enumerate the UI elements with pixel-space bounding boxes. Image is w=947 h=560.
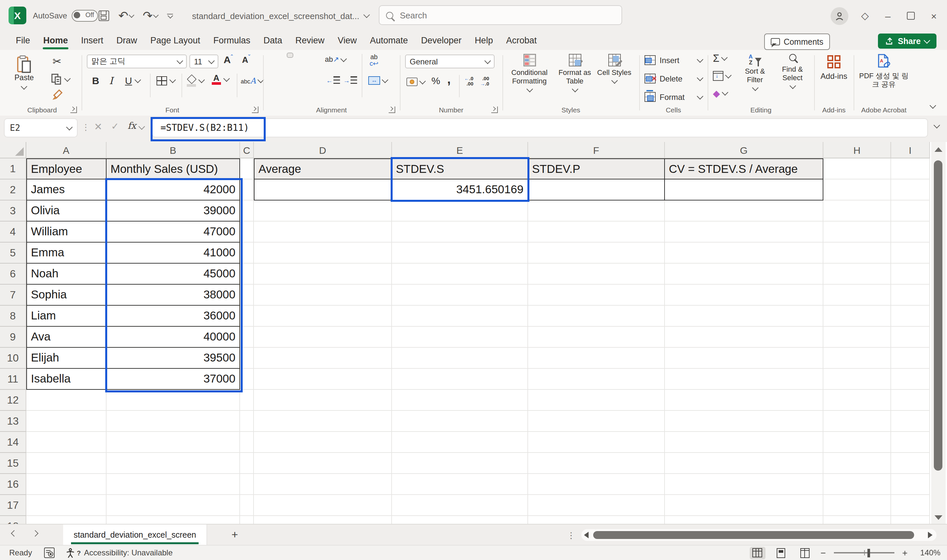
- cell-D12[interactable]: [254, 390, 392, 411]
- scroll-up-icon[interactable]: [935, 147, 942, 152]
- row-header-5[interactable]: 5: [0, 243, 26, 263]
- row-header-18[interactable]: 18: [0, 516, 26, 524]
- borders-button[interactable]: [157, 76, 175, 85]
- font-dialog-launcher-icon[interactable]: [252, 106, 259, 113]
- cell-H12[interactable]: [823, 390, 891, 411]
- ribbon-tab-view[interactable]: View: [331, 32, 363, 49]
- clear-formatting-button[interactable]: abcA: [241, 76, 263, 85]
- fill-button[interactable]: [713, 71, 731, 81]
- cell-C1[interactable]: [240, 158, 254, 180]
- cell-D2[interactable]: [254, 180, 392, 200]
- format-painter-button[interactable]: [52, 89, 64, 103]
- zoom-in-button[interactable]: +: [902, 548, 907, 558]
- redo-button[interactable]: ↷: [143, 9, 158, 23]
- zoom-slider[interactable]: [834, 552, 895, 554]
- cell-E4[interactable]: [392, 222, 528, 243]
- insert-function-icon[interactable]: fx: [128, 120, 144, 131]
- cell-G15[interactable]: [665, 453, 823, 474]
- save-icon[interactable]: [99, 11, 109, 21]
- cell-B17[interactable]: [106, 495, 240, 516]
- cell-C13[interactable]: [240, 411, 254, 432]
- cell-I14[interactable]: [891, 432, 930, 453]
- name-box[interactable]: E2: [5, 119, 77, 137]
- row-header-9[interactable]: 9: [0, 327, 26, 348]
- cell-E17[interactable]: [392, 495, 528, 516]
- percent-style-button[interactable]: %: [431, 75, 440, 86]
- accounting-format-button[interactable]: [407, 78, 425, 86]
- cell-G18[interactable]: [665, 516, 823, 524]
- cell-G4[interactable]: [665, 222, 823, 243]
- cell-G7[interactable]: [665, 285, 823, 306]
- search-input[interactable]: [399, 9, 615, 21]
- share-button[interactable]: Share: [878, 34, 937, 49]
- cell-D4[interactable]: [254, 222, 392, 243]
- cell-E6[interactable]: [392, 263, 528, 285]
- chevron-down-icon[interactable]: [364, 11, 370, 18]
- cell-F5[interactable]: [528, 243, 665, 263]
- cell-D6[interactable]: [254, 263, 392, 285]
- cell-G16[interactable]: [665, 474, 823, 495]
- zoom-out-button[interactable]: −: [821, 548, 826, 558]
- column-header-B[interactable]: B: [106, 142, 240, 158]
- cell-B13[interactable]: [106, 411, 240, 432]
- column-header-E[interactable]: E: [392, 142, 528, 158]
- cell-F12[interactable]: [528, 390, 665, 411]
- wrap-text-button[interactable]: abc↩: [370, 54, 379, 67]
- ribbon-tab-page-layout[interactable]: Page Layout: [144, 32, 207, 49]
- cell-G1[interactable]: CV = STDEV.S / Average: [665, 158, 823, 180]
- bold-button[interactable]: B: [92, 75, 99, 86]
- cell-G11[interactable]: [665, 369, 823, 390]
- middle-align-button[interactable]: [287, 52, 293, 58]
- cell-A6[interactable]: Noah: [26, 263, 106, 285]
- delete-cells-button[interactable]: ✕ Delete: [645, 74, 702, 83]
- cell-E8[interactable]: [392, 306, 528, 327]
- cell-I2[interactable]: [891, 180, 930, 200]
- column-header-H[interactable]: H: [823, 142, 891, 158]
- ribbon-tab-insert[interactable]: Insert: [75, 32, 110, 49]
- select-all-corner[interactable]: [0, 142, 26, 158]
- cell-D7[interactable]: [254, 285, 392, 306]
- minimize-button[interactable]: –: [881, 10, 895, 22]
- horizontal-scrollbar[interactable]: [581, 529, 936, 541]
- cell-A15[interactable]: [26, 453, 106, 474]
- cell-A18[interactable]: [26, 516, 106, 524]
- cell-H8[interactable]: [823, 306, 891, 327]
- cell-E7[interactable]: [392, 285, 528, 306]
- cell-A8[interactable]: Liam: [26, 306, 106, 327]
- excel-logo-icon[interactable]: X: [9, 6, 26, 24]
- ribbon-tab-help[interactable]: Help: [468, 32, 500, 49]
- conditional-formatting-button[interactable]: Conditional Formatting: [507, 54, 553, 91]
- cell-H11[interactable]: [823, 369, 891, 390]
- cell-E14[interactable]: [392, 432, 528, 453]
- cell-A12[interactable]: [26, 390, 106, 411]
- autosave-toggle[interactable]: Off: [72, 10, 98, 22]
- row-header-14[interactable]: 14: [0, 432, 26, 453]
- cell-I10[interactable]: [891, 348, 930, 369]
- row-header-7[interactable]: 7: [0, 285, 26, 306]
- cell-E16[interactable]: [392, 474, 528, 495]
- new-sheet-button[interactable]: +: [231, 525, 238, 546]
- row-header-17[interactable]: 17: [0, 495, 26, 516]
- cell-G5[interactable]: [665, 243, 823, 263]
- ribbon-tab-review[interactable]: Review: [289, 32, 331, 49]
- expand-formula-bar-icon[interactable]: [933, 122, 940, 129]
- cell-B14[interactable]: [106, 432, 240, 453]
- chevron-down-icon[interactable]: [129, 12, 134, 18]
- cell-D16[interactable]: [254, 474, 392, 495]
- ribbon-tab-file[interactable]: File: [9, 32, 37, 49]
- cell-A11[interactable]: Isabella: [26, 369, 106, 390]
- column-header-C[interactable]: C: [240, 142, 254, 158]
- cell-F13[interactable]: [528, 411, 665, 432]
- cell-G17[interactable]: [665, 495, 823, 516]
- cell-H14[interactable]: [823, 432, 891, 453]
- page-break-view-button[interactable]: [797, 546, 813, 559]
- cell-H9[interactable]: [823, 327, 891, 348]
- vertical-scroll-thumb[interactable]: [934, 160, 942, 471]
- cell-A17[interactable]: [26, 495, 106, 516]
- cell-I15[interactable]: [891, 453, 930, 474]
- cell-H17[interactable]: [823, 495, 891, 516]
- font-size-select[interactable]: 11: [189, 55, 218, 68]
- clipboard-dialog-launcher-icon[interactable]: [70, 106, 77, 113]
- premium-diamond-icon[interactable]: ◇: [861, 10, 869, 22]
- sheet-tab-menu-icon[interactable]: ⋮: [567, 525, 576, 546]
